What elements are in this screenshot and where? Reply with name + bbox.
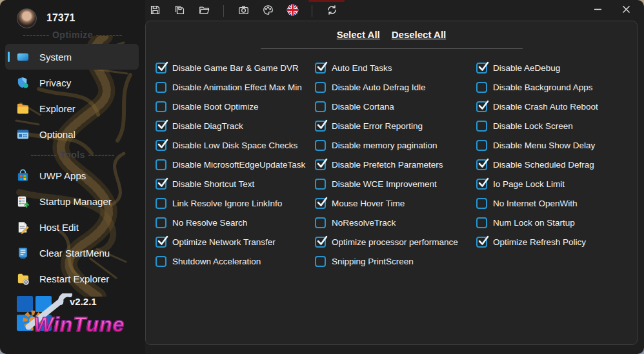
tweak-checkbox-item[interactable]: Disable Auto Defrag Idle xyxy=(315,77,476,97)
sidebar-item-privacy[interactable]: Privacy xyxy=(5,70,139,95)
tweak-label: No Internet OpenWith xyxy=(493,199,578,208)
checkbox-box[interactable] xyxy=(315,256,326,267)
sidebar-item-system[interactable]: System xyxy=(5,44,139,70)
bulk-actions: Select All Deselect All xyxy=(146,29,637,43)
checkbox-box[interactable] xyxy=(315,140,326,151)
checkbox-box[interactable] xyxy=(156,159,166,170)
tweak-checkbox-item[interactable]: Disable memory pagination xyxy=(315,135,476,155)
tweak-checkbox-item[interactable]: Disable Shortcut Text xyxy=(156,174,315,193)
tweak-checkbox-item[interactable]: Disable Prefetch Parameters xyxy=(315,155,476,174)
sidebar-item-clear-startmenu[interactable]: Clear StartMenu xyxy=(5,240,139,266)
open-file-button[interactable] xyxy=(196,3,212,19)
checkbox-box[interactable] xyxy=(315,159,326,170)
checkbox-box[interactable] xyxy=(476,217,487,228)
checkbox-box[interactable] xyxy=(156,101,166,112)
checkbox-box[interactable] xyxy=(476,63,487,74)
checkbox-box[interactable] xyxy=(156,237,166,248)
tweak-checkbox-item[interactable]: Disable Lock Screen xyxy=(476,116,638,135)
checkbox-box[interactable] xyxy=(315,121,326,132)
sidebar-item-optional[interactable]: Optional xyxy=(5,121,139,147)
minimize-icon xyxy=(594,5,602,16)
tweak-label: Link Resolve Ignore LinkInfo xyxy=(172,199,282,208)
tweak-label: Disable Auto Defrag Idle xyxy=(332,83,426,92)
deselect-all-link[interactable]: Deselect All xyxy=(392,29,447,43)
checkbox-box[interactable] xyxy=(476,179,487,190)
app-window: 17371 -------- Optimize -------- System … xyxy=(0,0,644,354)
tweak-checkbox-item[interactable]: Num Lock on Startup xyxy=(476,213,638,232)
checkbox-box[interactable] xyxy=(156,198,166,209)
section-tools-label: -------- Tools -------- xyxy=(0,147,145,162)
tweak-checkbox-item[interactable]: Auto End Tasks xyxy=(315,58,476,77)
tweak-checkbox-item[interactable]: Disable Menu Show Delay xyxy=(476,135,638,155)
save-button[interactable] xyxy=(147,3,163,19)
checkbox-box[interactable] xyxy=(156,179,166,190)
tweak-checkbox-item[interactable]: Disable Low Disk Space Checks xyxy=(156,135,315,155)
refresh-button[interactable] xyxy=(324,3,339,19)
tweak-checkbox-item[interactable]: No Internet OpenWith xyxy=(476,193,638,213)
checkbox-box[interactable] xyxy=(315,179,326,190)
tweak-checkbox-item[interactable]: Link Resolve Ignore LinkInfo xyxy=(156,193,315,213)
toolbar-separator xyxy=(312,5,312,17)
minimize-button[interactable] xyxy=(583,0,612,21)
checkbox-box[interactable] xyxy=(476,159,487,170)
tweak-checkbox-item[interactable]: Optimize Refresh Policy xyxy=(476,232,638,251)
sidebar-item-host-edit[interactable]: Host Edit xyxy=(5,214,139,240)
checkbox-box[interactable] xyxy=(315,63,326,74)
checkbox-box[interactable] xyxy=(315,217,326,228)
sidebar-item-startup-manager[interactable]: Startup Manager xyxy=(5,188,139,214)
checkbox-box[interactable] xyxy=(156,256,166,267)
screenshot-button[interactable] xyxy=(236,3,251,19)
language-button[interactable] xyxy=(285,3,300,19)
tweak-checkbox-item[interactable]: Disable MicrosoftEdgeUpdateTask xyxy=(156,155,315,174)
checkbox-box[interactable] xyxy=(476,198,487,209)
tweak-checkbox-item[interactable]: NoResolveTrack xyxy=(315,213,476,232)
tweak-label: Shutdown Acceleration xyxy=(172,257,261,266)
checkbox-box[interactable] xyxy=(156,82,166,93)
checkbox-box[interactable] xyxy=(476,82,487,93)
tweak-checkbox-item[interactable]: Optimize processor performance xyxy=(315,232,476,251)
checkbox-box[interactable] xyxy=(315,198,326,209)
close-button[interactable] xyxy=(612,0,640,21)
tweak-checkbox-item[interactable]: Optimize Network Transfer xyxy=(156,232,315,251)
checkbox-box[interactable] xyxy=(476,140,487,151)
tweak-checkbox-item[interactable]: Shutdown Acceleration xyxy=(156,251,315,271)
uk-flag-icon xyxy=(287,4,299,19)
tweak-checkbox-item[interactable]: Disable Animation Effect Max Min xyxy=(156,77,315,97)
checkbox-box[interactable] xyxy=(156,217,166,228)
tweaks-column-3: Disable AeDebug Disable Background Apps … xyxy=(476,58,638,271)
sidebar-item-uwp-apps[interactable]: UWP Apps xyxy=(5,162,139,188)
checkbox-box[interactable] xyxy=(315,82,326,93)
save-all-button[interactable] xyxy=(172,3,187,19)
document-list-icon xyxy=(15,246,30,260)
select-all-link[interactable]: Select All xyxy=(337,29,380,43)
checkbox-box[interactable] xyxy=(476,121,487,132)
store-bag-icon xyxy=(15,168,30,182)
checkbox-box[interactable] xyxy=(156,63,166,74)
tweak-checkbox-item[interactable]: Snipping PrintScreen xyxy=(315,251,476,271)
tweak-checkbox-item[interactable]: Disable Boot Optimize xyxy=(156,97,315,116)
checkbox-box[interactable] xyxy=(156,140,166,151)
tweak-checkbox-item[interactable]: Mouse Hover Time xyxy=(315,193,476,213)
tweak-checkbox-item[interactable]: Disable DiagTrack xyxy=(156,116,315,135)
content-panel: Select All Deselect All Disable Game Bar… xyxy=(145,21,638,345)
tweak-checkbox-item[interactable]: Io Page Lock Limit xyxy=(476,174,638,193)
checkbox-box[interactable] xyxy=(156,121,166,132)
tweak-checkbox-item[interactable]: Disable Background Apps xyxy=(476,77,638,97)
tweak-checkbox-item[interactable]: Disable Error Reporting xyxy=(315,116,476,135)
sidebar-item-explorer[interactable]: Explorer xyxy=(5,95,139,121)
tweak-checkbox-item[interactable]: Disable Game Bar & Game DVR xyxy=(156,58,315,77)
checkbox-box[interactable] xyxy=(315,101,326,112)
theme-button[interactable] xyxy=(260,3,276,19)
tweak-label: Disable MicrosoftEdgeUpdateTask xyxy=(172,160,305,170)
checkbox-box[interactable] xyxy=(315,237,326,248)
tweak-checkbox-item[interactable]: No Resolve Search xyxy=(156,213,315,232)
tweak-checkbox-item[interactable]: Disable Crash Auto Reboot xyxy=(476,97,638,116)
checkbox-box[interactable] xyxy=(476,237,487,248)
sidebar-item-restart-explorer[interactable]: Restart Explorer xyxy=(5,266,139,291)
tweak-checkbox-item[interactable]: Disable Cortana xyxy=(315,97,476,116)
tweak-checkbox-item[interactable]: Disable AeDebug xyxy=(476,58,638,77)
tweak-label: Disable AeDebug xyxy=(493,63,560,73)
tweak-checkbox-item[interactable]: Disable WCE Improvement xyxy=(315,174,476,193)
checkbox-box[interactable] xyxy=(476,101,487,112)
tweak-checkbox-item[interactable]: Disable Scheduled Defrag xyxy=(476,155,638,174)
